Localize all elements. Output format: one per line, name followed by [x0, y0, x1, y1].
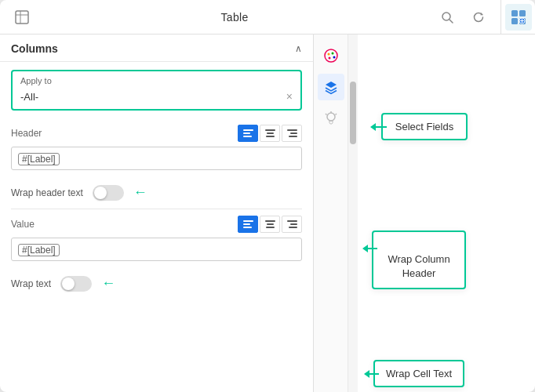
bulb-icon — [323, 111, 339, 126]
wrap-text-knob — [62, 278, 75, 290]
scrollbar-thumb[interactable] — [350, 82, 356, 144]
align-center-icon — [265, 129, 275, 138]
table-icon — [15, 10, 29, 24]
svg-rect-25 — [267, 223, 274, 225]
search-btn[interactable] — [435, 5, 460, 30]
wrap-cell-text-arrow — [364, 370, 379, 378]
value-field-section: Value — [0, 209, 313, 267]
value-label-row: Value — [11, 216, 302, 233]
wrap-header-arrow: ← — [133, 184, 147, 201]
side-icons-panel — [314, 34, 348, 392]
svg-point-34 — [328, 57, 330, 60]
table-icon-btn[interactable] — [9, 5, 35, 30]
svg-rect-27 — [287, 220, 297, 222]
layers-icon — [323, 79, 339, 95]
toolbar: Table — [0, 0, 535, 34]
svg-rect-14 — [243, 136, 252, 137]
value-align-buttons — [238, 216, 302, 233]
svg-rect-15 — [265, 129, 275, 131]
value-align-left-btn[interactable] — [238, 216, 258, 233]
columns-chevron: ∧ — [295, 43, 302, 54]
palette-btn[interactable] — [318, 42, 344, 69]
wrap-cell-text-callout: Wrap Cell Text — [373, 360, 464, 387]
wrap-header-row: Wrap header text ← — [0, 176, 313, 209]
svg-point-33 — [333, 56, 335, 59]
value-align-center-btn[interactable] — [260, 216, 280, 233]
toolbar-title: Table — [41, 11, 428, 24]
apply-to-value: -All- × — [13, 87, 300, 109]
layers-btn[interactable] — [318, 74, 344, 100]
value-align-right-btn[interactable] — [282, 216, 302, 233]
arrow-line2 — [368, 248, 377, 249]
value-align-center-icon — [265, 220, 275, 229]
svg-rect-28 — [290, 223, 297, 225]
toolbar-left: Table — [0, 5, 500, 30]
wrap-text-arrow: ← — [101, 275, 115, 292]
wrap-column-header-callout: Wrap Column Header — [372, 230, 466, 289]
svg-line-38 — [335, 114, 337, 115]
svg-point-32 — [331, 53, 333, 55]
wrap-column-header-text: Wrap Column Header — [388, 253, 449, 279]
header-label-row: Header — [11, 125, 302, 142]
header-label-tag: #[Label] — [18, 153, 60, 165]
left-panel: Columns ∧ Apply to -All- × Header — [0, 34, 314, 392]
wrap-text-toggle[interactable] — [60, 276, 92, 292]
value-input-field[interactable]: #[Label] — [11, 238, 302, 261]
header-align-buttons — [238, 125, 302, 142]
select-fields-text: Select Fields — [395, 121, 453, 132]
columns-header: Columns ∧ — [0, 34, 313, 62]
scrollbar[interactable] — [348, 34, 358, 392]
arrow-head — [370, 123, 376, 131]
align-right-icon — [287, 129, 297, 138]
apply-to-text: -All- — [20, 91, 38, 103]
svg-rect-7 — [511, 18, 518, 24]
search-icon — [441, 11, 453, 24]
header-field-section: Header — [0, 118, 313, 176]
value-label-tag: #[Label] — [18, 244, 60, 256]
toggle-knob — [94, 187, 107, 199]
svg-line-37 — [326, 114, 327, 115]
svg-rect-17 — [266, 136, 275, 137]
header-align-center-btn[interactable] — [260, 125, 280, 142]
apply-to-section: Apply to -All- × — [11, 70, 302, 111]
main-content: Columns ∧ Apply to -All- × Header — [0, 34, 535, 392]
apply-to-clear-btn[interactable]: × — [286, 90, 293, 103]
svg-rect-5 — [511, 10, 518, 16]
header-align-right-btn[interactable] — [282, 125, 302, 142]
settings-btn[interactable] — [505, 4, 532, 31]
svg-rect-12 — [243, 129, 253, 131]
wrap-header-toggle[interactable] — [93, 185, 124, 201]
columns-title: Columns — [11, 42, 58, 55]
wrap-header-label: Wrap header text — [11, 187, 83, 198]
palette-icon — [323, 48, 339, 64]
wrap-text-label: Wrap text — [11, 278, 51, 289]
svg-rect-21 — [243, 220, 253, 222]
refresh-btn[interactable] — [466, 5, 491, 30]
settings-icon — [511, 9, 526, 25]
header-input-field[interactable]: #[Label] — [11, 147, 302, 170]
arrow-line — [376, 126, 387, 128]
svg-rect-18 — [287, 129, 297, 131]
select-fields-callout: Select Fields — [381, 113, 468, 140]
svg-rect-19 — [290, 132, 297, 134]
svg-rect-22 — [243, 223, 250, 225]
svg-rect-20 — [289, 136, 297, 137]
svg-line-4 — [449, 20, 453, 23]
bulb-btn[interactable] — [318, 105, 344, 132]
wrap-text-row: Wrap text ← — [0, 267, 313, 299]
apply-to-label: Apply to — [13, 71, 300, 87]
svg-rect-23 — [243, 227, 252, 228]
arrow-line3 — [369, 373, 379, 375]
svg-rect-29 — [289, 227, 297, 228]
toolbar-right — [500, 0, 535, 34]
svg-rect-6 — [519, 10, 526, 16]
svg-rect-24 — [265, 220, 275, 222]
header-label: Header — [11, 128, 42, 139]
header-align-left-btn[interactable] — [238, 125, 258, 142]
svg-rect-13 — [243, 132, 250, 134]
arrow-head3 — [364, 370, 369, 378]
value-align-right-icon — [287, 220, 297, 229]
svg-rect-16 — [267, 132, 274, 134]
align-left-icon — [243, 129, 253, 138]
annotation-area: Select Fields Wrap Column Header Wrap Ce… — [358, 34, 535, 392]
